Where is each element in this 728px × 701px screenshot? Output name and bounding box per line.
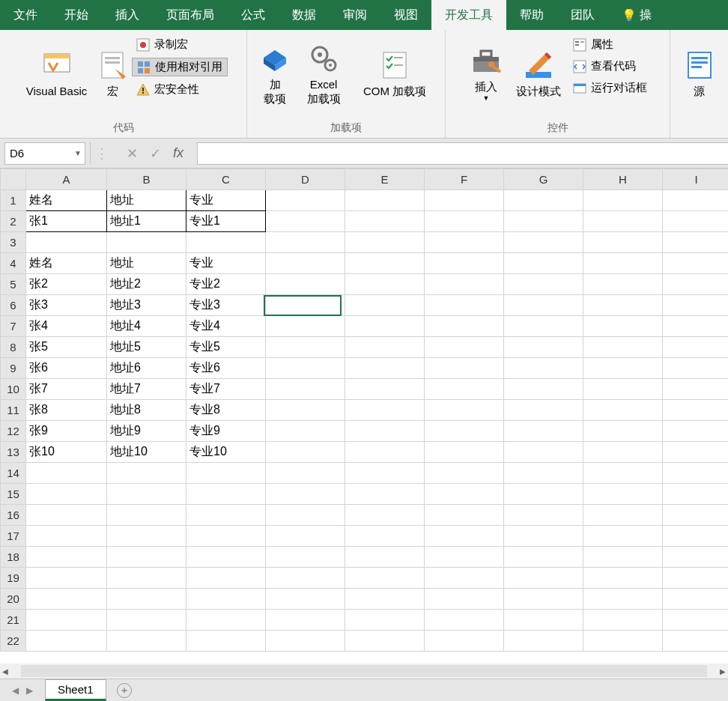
row-header-3[interactable]: 3	[1, 232, 26, 253]
cell-H17[interactable]	[583, 526, 663, 547]
cell-E18[interactable]	[345, 547, 425, 568]
row-header-6[interactable]: 6	[1, 295, 26, 316]
cell-C1[interactable]: 专业	[186, 190, 266, 211]
cell-F16[interactable]	[425, 505, 504, 526]
cell-F21[interactable]	[425, 610, 504, 631]
col-header-A[interactable]: A	[26, 169, 107, 190]
cell-D13[interactable]	[266, 442, 345, 463]
cell-I18[interactable]	[663, 547, 729, 568]
cell-F22[interactable]	[425, 631, 504, 652]
cell-A12[interactable]: 张9	[26, 421, 107, 442]
view-code-button[interactable]: 查看代码	[568, 58, 652, 75]
ribbon-tab-5[interactable]: 数据	[279, 0, 330, 30]
cell-B21[interactable]	[107, 610, 186, 631]
cell-C15[interactable]	[186, 484, 266, 505]
cell-A18[interactable]	[26, 547, 107, 568]
cell-E3[interactable]	[345, 232, 425, 253]
cell-B2[interactable]: 地址1	[107, 211, 186, 232]
col-header-D[interactable]: D	[266, 169, 345, 190]
cell-E8[interactable]	[345, 337, 425, 358]
cell-C18[interactable]	[186, 547, 266, 568]
cell-H14[interactable]	[583, 463, 663, 484]
cell-C20[interactable]	[186, 589, 266, 610]
cell-F17[interactable]	[425, 526, 504, 547]
formula-input[interactable]	[197, 142, 728, 165]
cell-E10[interactable]	[345, 379, 425, 400]
excel-addins-button[interactable]: Excel 加载项	[297, 33, 350, 115]
cell-I5[interactable]	[663, 274, 729, 295]
cell-B6[interactable]: 地址3	[107, 295, 186, 316]
cell-F5[interactable]	[425, 274, 504, 295]
row-header-2[interactable]: 2	[1, 211, 26, 232]
cell-E12[interactable]	[345, 421, 425, 442]
cell-F18[interactable]	[425, 547, 504, 568]
cell-D15[interactable]	[266, 484, 345, 505]
cell-F10[interactable]	[425, 379, 504, 400]
cell-F13[interactable]	[425, 442, 504, 463]
cell-D7[interactable]	[266, 316, 345, 337]
cell-G16[interactable]	[504, 505, 583, 526]
cell-I8[interactable]	[663, 337, 729, 358]
cell-C6[interactable]: 专业3	[186, 295, 266, 316]
cell-F15[interactable]	[425, 484, 504, 505]
cell-D18[interactable]	[266, 547, 345, 568]
cell-F19[interactable]	[425, 568, 504, 589]
cell-C4[interactable]: 专业	[186, 253, 266, 274]
cell-A3[interactable]	[26, 232, 107, 253]
cell-I12[interactable]	[663, 421, 729, 442]
cell-G13[interactable]	[504, 442, 583, 463]
row-header-18[interactable]: 18	[1, 547, 26, 568]
cell-H9[interactable]	[583, 358, 663, 379]
cell-I6[interactable]	[663, 295, 729, 316]
cell-D2[interactable]	[266, 211, 345, 232]
cell-I15[interactable]	[663, 484, 729, 505]
col-header-F[interactable]: F	[425, 169, 504, 190]
cell-B14[interactable]	[107, 463, 186, 484]
row-header-17[interactable]: 17	[1, 526, 26, 547]
row-header-8[interactable]: 8	[1, 337, 26, 358]
ribbon-tab-0[interactable]: 文件	[0, 0, 51, 30]
cell-G17[interactable]	[504, 526, 583, 547]
cell-B19[interactable]	[107, 568, 186, 589]
cell-G8[interactable]	[504, 337, 583, 358]
cell-G21[interactable]	[504, 610, 583, 631]
cell-B13[interactable]: 地址10	[107, 442, 186, 463]
cell-H1[interactable]	[583, 190, 663, 211]
next-sheet-icon[interactable]: ▶	[26, 685, 33, 696]
row-header-12[interactable]: 12	[1, 421, 26, 442]
scroll-right-icon[interactable]: ▶	[718, 667, 728, 676]
cell-A8[interactable]: 张5	[26, 337, 107, 358]
cell-D5[interactable]	[266, 274, 345, 295]
cell-C11[interactable]: 专业8	[186, 400, 266, 421]
cell-G22[interactable]	[504, 631, 583, 652]
cell-A10[interactable]: 张7	[26, 379, 107, 400]
row-header-21[interactable]: 21	[1, 610, 26, 631]
cell-A15[interactable]	[26, 484, 107, 505]
cell-H2[interactable]	[583, 211, 663, 232]
scroll-left-icon[interactable]: ◀	[0, 667, 10, 676]
cell-D8[interactable]	[266, 337, 345, 358]
cell-H10[interactable]	[583, 379, 663, 400]
cell-E20[interactable]	[345, 589, 425, 610]
cell-I16[interactable]	[663, 505, 729, 526]
row-header-4[interactable]: 4	[1, 253, 26, 274]
cell-A20[interactable]	[26, 589, 107, 610]
cell-I14[interactable]	[663, 463, 729, 484]
ribbon-tab-3[interactable]: 页面布局	[153, 0, 228, 30]
cell-E4[interactable]	[345, 253, 425, 274]
cell-F12[interactable]	[425, 421, 504, 442]
cell-G12[interactable]	[504, 421, 583, 442]
cell-H8[interactable]	[583, 337, 663, 358]
cell-E22[interactable]	[345, 631, 425, 652]
ribbon-tab-8[interactable]: 开发工具	[431, 0, 506, 30]
cell-B7[interactable]: 地址4	[107, 316, 186, 337]
select-all-corner[interactable]	[1, 169, 26, 190]
cell-F6[interactable]	[425, 295, 504, 316]
row-header-16[interactable]: 16	[1, 505, 26, 526]
cell-A6[interactable]: 张3	[26, 295, 107, 316]
cell-E15[interactable]	[345, 484, 425, 505]
visual-basic-button[interactable]: Visual Basic	[19, 33, 94, 115]
cell-A5[interactable]: 张2	[26, 274, 107, 295]
cell-H16[interactable]	[583, 505, 663, 526]
cell-H15[interactable]	[583, 484, 663, 505]
